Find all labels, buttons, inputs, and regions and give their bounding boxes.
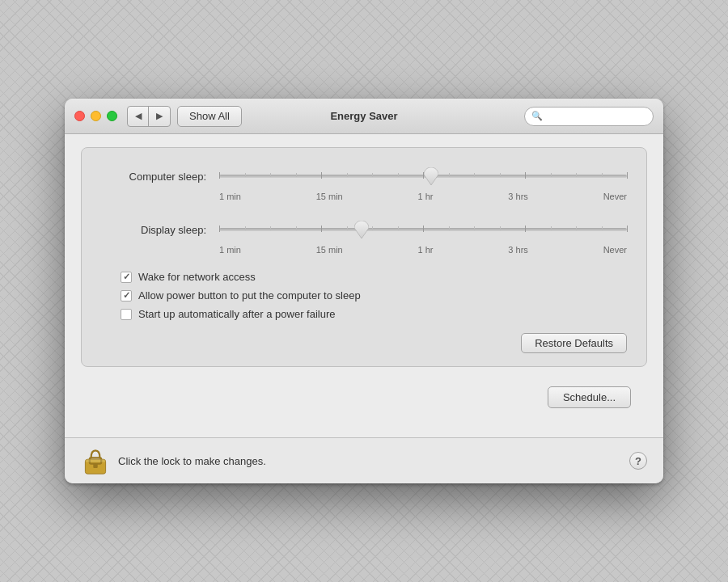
display-sleep-thumb[interactable]	[354, 221, 369, 238]
maximize-button[interactable]	[107, 111, 117, 121]
search-box[interactable]: 🔍	[524, 107, 654, 126]
search-input[interactable]	[546, 111, 646, 122]
checkbox-startup[interactable]	[121, 309, 132, 320]
computer-sleep-label: Computer sleep:	[101, 171, 206, 183]
schedule-button[interactable]: Schedule...	[548, 386, 631, 408]
traffic-lights	[74, 111, 117, 121]
tick-label-1min-ds: 1 min	[219, 245, 241, 255]
checkbox-wake[interactable]	[121, 272, 132, 283]
checkbox-section: Wake for network access Allow power butt…	[121, 271, 627, 320]
main-window: ◀ ▶ Show All Energy Saver 🔍 Computer sle…	[65, 99, 663, 483]
title-bar: ◀ ▶ Show All Energy Saver 🔍	[65, 99, 663, 134]
settings-panel: Computer sleep:	[81, 147, 647, 367]
forward-button[interactable]: ▶	[149, 107, 170, 126]
tick-label-3hrs-cs: 3 hrs	[508, 192, 527, 201]
bottom-bar: Schedule...	[81, 380, 647, 421]
computer-sleep-thumb[interactable]	[424, 167, 438, 185]
tick-label-3hrs-ds: 3 hrs	[508, 245, 527, 255]
search-icon: 🔍	[531, 111, 543, 121]
checkbox-power[interactable]	[121, 290, 132, 302]
checkbox-row-wake: Wake for network access	[121, 271, 627, 283]
back-button[interactable]: ◀	[128, 107, 149, 126]
checkbox-row-startup: Start up automatically after a power fai…	[121, 308, 627, 320]
footer: Click the lock to make changes. ?	[65, 437, 663, 483]
lock-icon[interactable]	[81, 446, 110, 475]
content-area: Computer sleep:	[65, 134, 663, 437]
display-sleep-tick-labels: 1 min 15 min 1 hr 3 hrs Never	[206, 245, 627, 255]
display-sleep-slider[interactable]	[219, 217, 627, 242]
checkbox-wake-label: Wake for network access	[138, 271, 256, 283]
help-button[interactable]: ?	[629, 452, 647, 470]
computer-sleep-row: Computer sleep:	[101, 164, 627, 188]
computer-sleep-tick-labels: 1 min 15 min 1 hr 3 hrs Never	[206, 192, 627, 201]
tick-label-15min-cs: 15 min	[316, 192, 343, 201]
checkbox-startup-label: Start up automatically after a power fai…	[138, 308, 336, 320]
checkbox-row-power: Allow power button to put the computer t…	[121, 289, 627, 302]
minimize-button[interactable]	[91, 111, 101, 121]
window-title: Energy Saver	[330, 110, 397, 122]
lock-text: Click the lock to make changes.	[118, 455, 629, 467]
tick-label-never-ds: Never	[603, 245, 627, 255]
svg-rect-3	[85, 459, 105, 462]
tick-label-never-cs: Never	[603, 192, 627, 201]
computer-sleep-slider-wrapper	[219, 164, 627, 188]
display-sleep-label: Display sleep:	[101, 224, 206, 236]
display-sleep-track	[219, 228, 627, 231]
tick-label-1hr-cs: 1 hr	[418, 192, 434, 201]
show-all-button[interactable]: Show All	[177, 106, 242, 127]
checkbox-power-label: Allow power button to put the computer t…	[138, 289, 361, 302]
tick-label-1min-cs: 1 min	[219, 192, 241, 201]
tick-label-1hr-ds: 1 hr	[418, 245, 434, 255]
display-sleep-row: Display sleep:	[101, 217, 627, 242]
restore-btn-row: Restore Defaults	[101, 333, 627, 353]
close-button[interactable]	[74, 111, 85, 121]
computer-sleep-track	[219, 175, 627, 178]
computer-sleep-slider[interactable]	[219, 164, 627, 188]
restore-defaults-button[interactable]: Restore Defaults	[521, 333, 627, 353]
display-sleep-slider-wrapper	[219, 217, 627, 242]
tick-label-15min-ds: 15 min	[316, 245, 343, 255]
nav-buttons: ◀ ▶	[127, 106, 171, 127]
svg-rect-2	[93, 464, 97, 468]
